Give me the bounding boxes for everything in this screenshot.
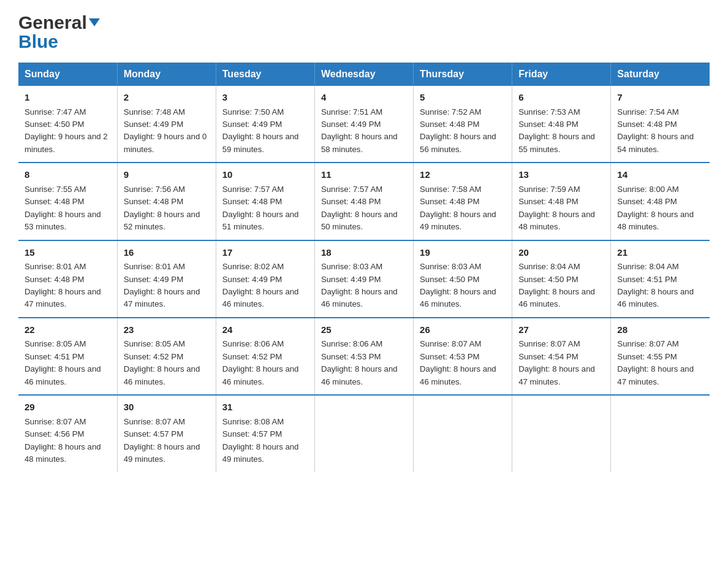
day-info: Sunrise: 7:51 AMSunset: 4:49 PMDaylight:… [321, 107, 398, 154]
day-info: Sunrise: 8:04 AMSunset: 4:51 PMDaylight:… [617, 262, 694, 308]
day-number: 30 [124, 400, 210, 415]
day-info: Sunrise: 8:07 AMSunset: 4:55 PMDaylight:… [617, 339, 694, 386]
day-number: 22 [25, 323, 111, 337]
calendar-cell: 11Sunrise: 7:57 AMSunset: 4:48 PMDayligh… [314, 163, 413, 240]
calendar-cell: 19Sunrise: 8:03 AMSunset: 4:50 PMDayligh… [414, 240, 512, 318]
day-info: Sunrise: 7:50 AMSunset: 4:49 PMDaylight:… [222, 107, 299, 154]
header-saturday: Saturday [611, 63, 710, 86]
day-number: 24 [222, 323, 308, 337]
calendar-cell: 13Sunrise: 7:59 AMSunset: 4:48 PMDayligh… [512, 163, 611, 240]
day-number: 16 [124, 246, 210, 260]
calendar-cell: 14Sunrise: 8:00 AMSunset: 4:48 PMDayligh… [611, 163, 710, 240]
day-number: 10 [222, 168, 308, 182]
calendar-cell: 3Sunrise: 7:50 AMSunset: 4:49 PMDaylight… [216, 86, 314, 163]
day-info: Sunrise: 8:00 AMSunset: 4:48 PMDaylight:… [617, 185, 694, 231]
day-number: 23 [124, 323, 210, 337]
header-friday: Friday [512, 63, 611, 86]
calendar-week-row: 15Sunrise: 8:01 AMSunset: 4:48 PMDayligh… [18, 240, 710, 318]
calendar-cell [611, 395, 710, 472]
header-wednesday: Wednesday [314, 63, 413, 86]
day-number: 31 [222, 400, 308, 415]
day-info: Sunrise: 8:07 AMSunset: 4:57 PMDaylight:… [124, 417, 200, 464]
day-number: 25 [321, 323, 407, 337]
day-number: 9 [124, 168, 210, 182]
day-number: 15 [25, 246, 111, 260]
day-number: 1 [25, 91, 111, 105]
calendar-cell [314, 395, 413, 472]
calendar-header-row: SundayMondayTuesdayWednesdayThursdayFrid… [18, 63, 710, 86]
day-info: Sunrise: 8:03 AMSunset: 4:50 PMDaylight:… [420, 262, 496, 308]
calendar-week-row: 1Sunrise: 7:47 AMSunset: 4:50 PMDaylight… [18, 86, 710, 163]
calendar-table: SundayMondayTuesdayWednesdayThursdayFrid… [18, 63, 710, 472]
day-info: Sunrise: 7:59 AMSunset: 4:48 PMDaylight:… [518, 185, 595, 231]
calendar-week-row: 22Sunrise: 8:05 AMSunset: 4:51 PMDayligh… [18, 318, 710, 395]
header-tuesday: Tuesday [216, 63, 314, 86]
calendar-cell: 12Sunrise: 7:58 AMSunset: 4:48 PMDayligh… [414, 163, 512, 240]
day-number: 7 [617, 91, 703, 105]
calendar-cell [512, 395, 611, 472]
day-info: Sunrise: 8:03 AMSunset: 4:49 PMDaylight:… [321, 262, 398, 308]
calendar-week-row: 8Sunrise: 7:55 AMSunset: 4:48 PMDaylight… [18, 163, 710, 240]
day-info: Sunrise: 7:57 AMSunset: 4:48 PMDaylight:… [222, 185, 299, 231]
calendar-cell: 10Sunrise: 7:57 AMSunset: 4:48 PMDayligh… [216, 163, 314, 240]
calendar-cell: 4Sunrise: 7:51 AMSunset: 4:49 PMDaylight… [314, 86, 413, 163]
calendar-cell: 6Sunrise: 7:53 AMSunset: 4:48 PMDaylight… [512, 86, 611, 163]
day-number: 6 [518, 91, 604, 105]
day-number: 27 [518, 323, 604, 337]
day-info: Sunrise: 8:07 AMSunset: 4:53 PMDaylight:… [420, 339, 496, 386]
day-number: 4 [321, 91, 407, 105]
day-number: 19 [420, 246, 506, 260]
logo-blue: Blue [18, 31, 58, 52]
day-info: Sunrise: 8:06 AMSunset: 4:52 PMDaylight:… [222, 339, 299, 386]
day-number: 21 [617, 246, 703, 260]
logo-general: General [18, 12, 87, 33]
day-number: 8 [25, 168, 111, 182]
calendar-cell: 24Sunrise: 8:06 AMSunset: 4:52 PMDayligh… [216, 318, 314, 395]
day-number: 12 [420, 168, 506, 182]
calendar-cell: 7Sunrise: 7:54 AMSunset: 4:48 PMDaylight… [611, 86, 710, 163]
calendar-cell: 27Sunrise: 8:07 AMSunset: 4:54 PMDayligh… [512, 318, 611, 395]
calendar-cell: 2Sunrise: 7:48 AMSunset: 4:49 PMDaylight… [117, 86, 216, 163]
day-number: 20 [518, 246, 604, 260]
logo: General Blue [18, 12, 100, 52]
calendar-cell: 30Sunrise: 8:07 AMSunset: 4:57 PMDayligh… [117, 395, 216, 472]
day-number: 14 [617, 168, 703, 182]
day-info: Sunrise: 7:47 AMSunset: 4:50 PMDaylight:… [25, 107, 108, 154]
calendar-cell: 1Sunrise: 7:47 AMSunset: 4:50 PMDaylight… [18, 86, 117, 163]
day-number: 26 [420, 323, 506, 337]
calendar-cell: 26Sunrise: 8:07 AMSunset: 4:53 PMDayligh… [414, 318, 512, 395]
day-info: Sunrise: 8:07 AMSunset: 4:56 PMDaylight:… [25, 417, 101, 464]
day-info: Sunrise: 7:58 AMSunset: 4:48 PMDaylight:… [420, 185, 496, 231]
day-info: Sunrise: 8:01 AMSunset: 4:49 PMDaylight:… [124, 262, 200, 308]
calendar-cell: 16Sunrise: 8:01 AMSunset: 4:49 PMDayligh… [117, 240, 216, 318]
calendar-cell: 9Sunrise: 7:56 AMSunset: 4:48 PMDaylight… [117, 163, 216, 240]
calendar-cell: 15Sunrise: 8:01 AMSunset: 4:48 PMDayligh… [18, 240, 117, 318]
day-number: 28 [617, 323, 703, 337]
calendar-cell: 31Sunrise: 8:08 AMSunset: 4:57 PMDayligh… [216, 395, 314, 472]
day-number: 18 [321, 246, 407, 260]
calendar-cell: 28Sunrise: 8:07 AMSunset: 4:55 PMDayligh… [611, 318, 710, 395]
day-info: Sunrise: 7:57 AMSunset: 4:48 PMDaylight:… [321, 185, 398, 231]
day-info: Sunrise: 8:08 AMSunset: 4:57 PMDaylight:… [222, 417, 299, 464]
day-number: 11 [321, 168, 407, 182]
day-number: 5 [420, 91, 506, 105]
day-info: Sunrise: 8:05 AMSunset: 4:51 PMDaylight:… [25, 339, 101, 386]
calendar-cell [414, 395, 512, 472]
day-number: 13 [518, 168, 604, 182]
day-info: Sunrise: 7:52 AMSunset: 4:48 PMDaylight:… [420, 107, 496, 154]
calendar-cell: 23Sunrise: 8:05 AMSunset: 4:52 PMDayligh… [117, 318, 216, 395]
day-info: Sunrise: 7:56 AMSunset: 4:48 PMDaylight:… [124, 185, 200, 231]
calendar-cell: 21Sunrise: 8:04 AMSunset: 4:51 PMDayligh… [611, 240, 710, 318]
page-header: General Blue [18, 12, 710, 52]
day-info: Sunrise: 7:55 AMSunset: 4:48 PMDaylight:… [25, 185, 101, 231]
day-info: Sunrise: 7:48 AMSunset: 4:49 PMDaylight:… [124, 107, 207, 154]
day-info: Sunrise: 8:06 AMSunset: 4:53 PMDaylight:… [321, 339, 398, 386]
day-info: Sunrise: 8:07 AMSunset: 4:54 PMDaylight:… [518, 339, 595, 386]
day-info: Sunrise: 7:53 AMSunset: 4:48 PMDaylight:… [518, 107, 595, 154]
calendar-cell: 22Sunrise: 8:05 AMSunset: 4:51 PMDayligh… [18, 318, 117, 395]
calendar-cell: 29Sunrise: 8:07 AMSunset: 4:56 PMDayligh… [18, 395, 117, 472]
day-number: 17 [222, 246, 308, 260]
calendar-cell: 25Sunrise: 8:06 AMSunset: 4:53 PMDayligh… [314, 318, 413, 395]
day-number: 29 [25, 400, 111, 415]
logo-arrow-icon [89, 18, 100, 26]
